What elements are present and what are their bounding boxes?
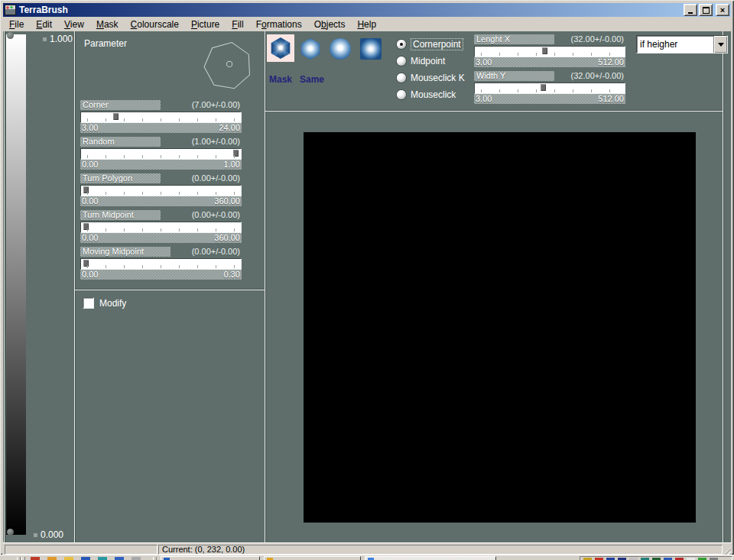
quicklaunch-icon[interactable]: [98, 557, 107, 560]
title-bar[interactable]: TerraBrush ×: [3, 3, 731, 17]
radio-cornerpoint[interactable]: Cornerpoint: [397, 39, 463, 50]
slider-thumb[interactable]: [541, 84, 546, 91]
task-button[interactable]: [161, 556, 260, 560]
slider-min: 3.00: [80, 123, 98, 133]
slider-max: 0.30: [224, 270, 242, 280]
client-area: 1.000 0.000 Parameter Corner(7.00+/-0.00…: [3, 31, 731, 542]
colourscale-gradient[interactable]: [6, 34, 26, 535]
slider-thumb[interactable]: [542, 47, 547, 54]
slider-max: 360.00: [214, 233, 242, 243]
quicklaunch-icon[interactable]: [47, 557, 57, 560]
status-panel-left: [5, 545, 158, 555]
same-button[interactable]: Same: [300, 74, 324, 85]
menu-edit[interactable]: Edit: [30, 18, 58, 31]
colourscale-top-label: 1.000: [43, 34, 73, 44]
app-icon: [5, 5, 16, 15]
quicklaunch-icon[interactable]: [64, 557, 73, 560]
slider-thumb[interactable]: [233, 150, 239, 157]
maximize-icon: [703, 7, 710, 14]
taskbar-handle[interactable]: [153, 557, 157, 560]
quicklaunch-icon[interactable]: [132, 557, 141, 560]
colourscale-bottom-label: 0.000: [34, 529, 63, 540]
radio-mouseclick[interactable]: Mouseclick: [397, 89, 456, 100]
menu-file[interactable]: File: [3, 18, 30, 31]
slider-thumb[interactable]: [83, 186, 89, 193]
radio-mouseclick-k[interactable]: Mouseclick K: [397, 73, 465, 83]
minimize-icon: [688, 12, 693, 14]
slider-track[interactable]: [80, 185, 242, 196]
menu-objects[interactable]: Objects: [308, 18, 352, 31]
brush-shape-square[interactable]: [360, 38, 382, 60]
slider-max: 1.00: [224, 160, 242, 170]
taskbar-handle[interactable]: [17, 557, 21, 560]
slider-label: Turn Midpoint: [80, 210, 161, 220]
divider: [4, 31, 5, 542]
colourscale-bottom-handle[interactable]: [7, 529, 14, 536]
slider-moving-midpoint: Moving Midpoint(0.00+/-0.00) 0.000.30: [80, 247, 242, 280]
divider: [723, 31, 723, 542]
marker-icon: [43, 37, 47, 41]
quicklaunch-icon[interactable]: [115, 557, 124, 560]
slider-value: (1.00+/-0.00): [192, 137, 240, 147]
menu-help[interactable]: Help: [351, 18, 382, 31]
status-bar: Current: (0, 232, 0.00): [2, 542, 732, 555]
slider-value: (7.00+/-0.00): [192, 100, 240, 110]
minimize-button[interactable]: [684, 4, 697, 16]
menu-formations[interactable]: Formations: [250, 18, 308, 31]
task-button-active[interactable]: [365, 556, 496, 560]
radio-icon: [397, 57, 406, 66]
slider-track[interactable]: [80, 222, 242, 233]
slider-max: 512.00: [598, 94, 625, 104]
menu-view[interactable]: View: [58, 18, 90, 31]
slider-label: Moving Midpoint: [80, 247, 171, 257]
menu-picture[interactable]: Picture: [185, 18, 226, 31]
slider-track[interactable]: [80, 148, 242, 160]
slider-lenght-x: Lenght X(32.00+/-0.00) 3.00512.00: [474, 34, 625, 68]
divider: [75, 290, 265, 290]
brush-shape-hexagon[interactable]: [300, 38, 321, 60]
radio-midpoint[interactable]: Midpoint: [397, 56, 445, 66]
chevron-down-icon: [718, 43, 724, 50]
slider-min: 0.00: [80, 270, 98, 280]
combine-mode-dropdown[interactable]: if heigher: [636, 35, 728, 53]
dropdown-button[interactable]: [713, 36, 727, 53]
app-window: TerraBrush × File Edit View Mask Colours…: [0, 0, 734, 555]
slider-width-y: Width Y(32.00+/-0.00) 3.00512.00: [474, 71, 625, 105]
terrain-canvas[interactable]: [304, 132, 696, 523]
close-button[interactable]: ×: [716, 4, 729, 16]
divider: [265, 111, 723, 112]
quicklaunch-icon[interactable]: [81, 557, 90, 560]
resize-grip[interactable]: [722, 545, 731, 555]
slider-track[interactable]: [80, 112, 242, 123]
slider-thumb[interactable]: [83, 223, 89, 230]
slider-track[interactable]: [80, 258, 242, 270]
hexagon-star-icon: [270, 37, 291, 59]
menu-mask[interactable]: Mask: [90, 18, 125, 31]
slider-max: 512.00: [598, 57, 625, 67]
menu-colourscale[interactable]: Colourscale: [125, 18, 185, 31]
brush-shape-hexagon-star-selected[interactable]: [267, 34, 294, 62]
maximize-button[interactable]: [699, 4, 713, 16]
window-title: TerraBrush: [19, 5, 68, 15]
slider-label: Lenght X: [474, 34, 554, 44]
menu-fill[interactable]: Fill: [226, 18, 249, 31]
slider-thumb[interactable]: [113, 113, 119, 120]
mask-button[interactable]: Mask: [269, 74, 292, 85]
modify-checkbox[interactable]: [83, 297, 94, 309]
slider-thumb[interactable]: [83, 260, 89, 267]
slider-corner: Corner(7.00+/-0.00) 3.0024.00: [80, 100, 242, 134]
colourscale-top-handle[interactable]: [7, 32, 14, 39]
slider-min: 3.00: [474, 94, 492, 104]
slider-track[interactable]: [474, 46, 625, 57]
radio-icon: [397, 40, 406, 49]
slider-random: Random(1.00+/-0.00) 0.001.00: [80, 137, 242, 170]
brush-shape-circle[interactable]: [330, 38, 351, 60]
slider-track[interactable]: [474, 83, 625, 94]
menu-bar: File Edit View Mask Colourscale Picture …: [3, 18, 731, 31]
quicklaunch-icon[interactable]: [31, 557, 40, 560]
slider-min: 0.00: [80, 196, 98, 206]
task-button[interactable]: [264, 556, 361, 560]
taskbar-handle[interactable]: [21, 557, 25, 560]
radio-icon: [397, 73, 406, 83]
slider-label: Corner: [80, 100, 161, 110]
